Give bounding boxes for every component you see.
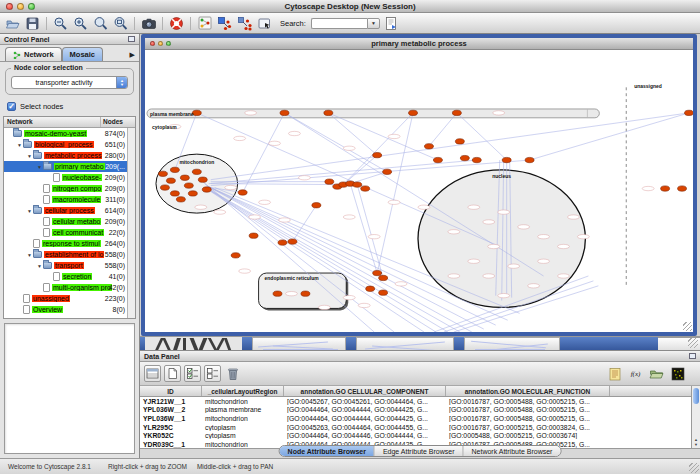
network-node[interactable]	[324, 110, 333, 115]
network-node[interactable]	[460, 155, 469, 160]
network-node[interactable]	[249, 233, 258, 238]
tab-network-attribute-browser[interactable]: Network Attribute Browser	[463, 446, 560, 456]
select-nodes-checkbox[interactable]: ✓	[7, 102, 16, 111]
table-scrollbar[interactable]: ▲▼	[691, 386, 700, 448]
network-tree-row[interactable]: ▼transport558(0)	[4, 260, 135, 271]
network-node[interactable]	[525, 157, 534, 162]
network-tree-row[interactable]: cell communicat22(0)	[4, 227, 135, 238]
expand-arrow-icon[interactable]: ▼	[26, 208, 33, 214]
scrollbar-thumb[interactable]	[693, 388, 699, 404]
network-tree-row[interactable]: response to stimul264(0)	[4, 238, 135, 249]
network-node[interactable]	[373, 270, 382, 275]
network-tree-row[interactable]: Overview8(0)	[4, 304, 135, 315]
table-row[interactable]: YLR295Ccytoplasm[GO:0045263, GO:0044464,…	[140, 423, 700, 432]
expand-arrow-icon[interactable]: ▼	[16, 142, 23, 148]
network-node[interactable]	[198, 177, 207, 182]
app-resize-grip[interactable]	[689, 463, 699, 473]
network-tree-row[interactable]: unassigned223(0)	[4, 293, 135, 304]
function-icon[interactable]: f(x)	[627, 365, 644, 382]
float-panel-icon[interactable]	[689, 353, 696, 359]
background-window-edge[interactable]	[346, 337, 356, 350]
table-column-header[interactable]: annotation.GO MOLECULAR_FUNCTION	[446, 386, 610, 396]
network-tree-row[interactable]: cellular metabo209(0)	[4, 216, 135, 227]
network-node[interactable]	[502, 157, 511, 162]
import-folder-icon[interactable]	[648, 365, 665, 382]
network-node[interactable]	[353, 182, 362, 187]
background-window-edge[interactable]	[242, 337, 252, 350]
matrix-icon[interactable]	[669, 365, 686, 382]
network-node[interactable]	[661, 186, 670, 191]
network-node[interactable]	[158, 171, 167, 176]
network-node[interactable]	[472, 157, 481, 162]
notes-icon[interactable]	[606, 365, 623, 382]
network-node[interactable]	[685, 110, 693, 115]
tab-mosaic[interactable]: Mosaic	[62, 47, 103, 61]
lifesaver-icon[interactable]	[168, 15, 185, 32]
table-row[interactable]: YKR052Ccytoplasm[GO:0044464, GO:0044446,…	[140, 431, 700, 440]
network-node[interactable]	[409, 110, 418, 115]
node-color-dropdown[interactable]: transporter activity ▲▼	[11, 76, 128, 89]
zoom-selected-icon[interactable]	[92, 15, 109, 32]
expand-arrow-icon[interactable]: ▼	[26, 252, 33, 258]
tree-column-network[interactable]: Network	[4, 117, 101, 127]
network-node[interactable]	[238, 190, 247, 195]
network-node[interactable]	[170, 191, 179, 196]
network-node[interactable]	[231, 253, 240, 258]
network-window-titlebar[interactable]: primary metabolic process	[145, 38, 693, 50]
close-button[interactable]	[6, 3, 13, 10]
network-node[interactable]	[379, 275, 388, 280]
tree-scrollbar[interactable]	[127, 128, 135, 318]
background-window-edge[interactable]	[454, 337, 464, 350]
network-tree-row[interactable]: nucleobase-209(0)	[4, 172, 135, 183]
network-canvas[interactable]: plasma membrane cytoplasm mitochondrion …	[145, 50, 693, 332]
network-node[interactable]	[325, 179, 334, 184]
network-node[interactable]	[678, 186, 687, 191]
table-column-header[interactable]: annotation.GO CELLULAR_COMPONENT	[284, 386, 446, 396]
annotation-icon[interactable]	[383, 15, 400, 32]
select-attributes-icon[interactable]	[184, 365, 201, 382]
tab-edge-attribute-browser[interactable]: Edge Attribute Browser	[375, 446, 464, 456]
network-tree-row[interactable]: ▼primary metabo209(...	[4, 161, 135, 172]
birdseye-view[interactable]	[4, 323, 135, 454]
unselect-attributes-icon[interactable]	[204, 365, 221, 382]
network-node[interactable]	[192, 110, 201, 115]
network-node[interactable]	[280, 110, 289, 115]
network-node[interactable]	[192, 169, 201, 174]
tab-network[interactable]: Network	[5, 47, 62, 61]
network-tree-row[interactable]: secretion41(0)	[4, 271, 135, 282]
table-row[interactable]: YPL036W__1mitochondrion[GO:0044464, GO:0…	[140, 414, 700, 423]
scrollbar-buttons[interactable]: ▲▼	[692, 437, 700, 447]
expand-arrow-icon[interactable]: ▼	[36, 164, 43, 170]
table-row[interactable]: YJR121W__1mitochondrion[GO:0045267, GO:0…	[140, 397, 700, 406]
background-window-titlebar[interactable]	[560, 337, 658, 350]
network-node[interactable]	[424, 144, 433, 149]
network-node[interactable]	[288, 239, 297, 244]
expand-arrow-icon[interactable]: ▼	[26, 153, 33, 159]
trash-icon[interactable]	[224, 365, 241, 382]
minimize-button[interactable]	[17, 3, 24, 10]
search-input[interactable]	[311, 18, 367, 29]
layout-blue-icon[interactable]	[216, 15, 233, 32]
network-tree-row[interactable]: mosaic-demo-yeast874(0)	[4, 128, 135, 139]
network-node[interactable]	[160, 185, 169, 190]
window-resize-grip[interactable]	[683, 322, 692, 331]
network-tree-row[interactable]: ▼cellular process614(0)	[4, 205, 135, 216]
table-icon[interactable]	[144, 365, 161, 382]
network-node[interactable]	[176, 197, 185, 202]
network-node[interactable]	[273, 291, 282, 296]
zoom-in-icon[interactable]	[72, 15, 89, 32]
table-column-header[interactable]: _cellularLayoutRegion	[202, 386, 284, 396]
network-node[interactable]	[188, 191, 197, 196]
network-node[interactable]	[312, 203, 321, 208]
net-minimize-button[interactable]	[158, 41, 163, 46]
table-row[interactable]: YPL036W__2plasma membrane[GO:0044464, GO…	[140, 406, 700, 415]
network-node[interactable]	[373, 152, 382, 157]
network-tree-row[interactable]: macromolecule311(0)	[4, 194, 135, 205]
network-node[interactable]	[361, 186, 370, 191]
float-panel-icon[interactable]	[128, 36, 135, 42]
network-tree-row[interactable]: nitrogen compo209(0)	[4, 183, 135, 194]
network-node[interactable]	[166, 178, 175, 183]
network-node[interactable]	[184, 183, 193, 188]
network-tree-row[interactable]: multi-organism pro42(0)	[4, 282, 135, 293]
expand-arrow-icon[interactable]: ▼	[36, 263, 43, 269]
